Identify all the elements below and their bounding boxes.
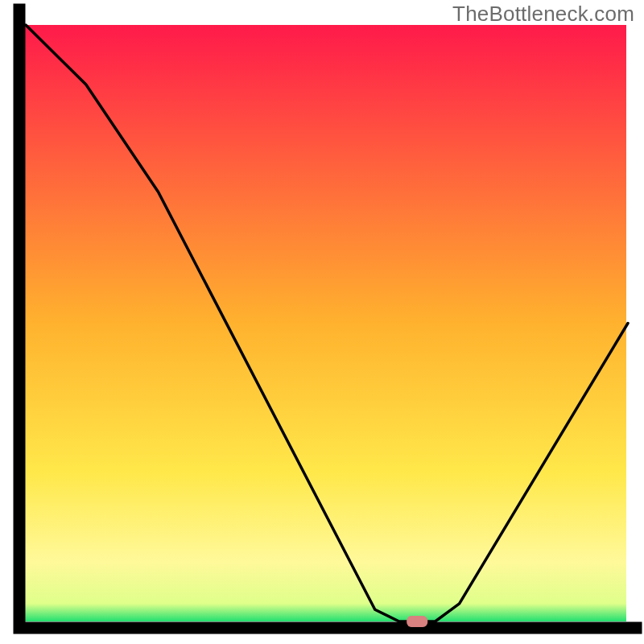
bottleneck-chart — [0, 0, 644, 644]
watermark-label: TheBottleneck.com — [452, 2, 634, 27]
optimal-point-marker — [407, 616, 427, 627]
chart-container: TheBottleneck.com — [0, 0, 644, 644]
gradient-background — [19, 25, 626, 621]
plot-area — [19, 10, 636, 628]
